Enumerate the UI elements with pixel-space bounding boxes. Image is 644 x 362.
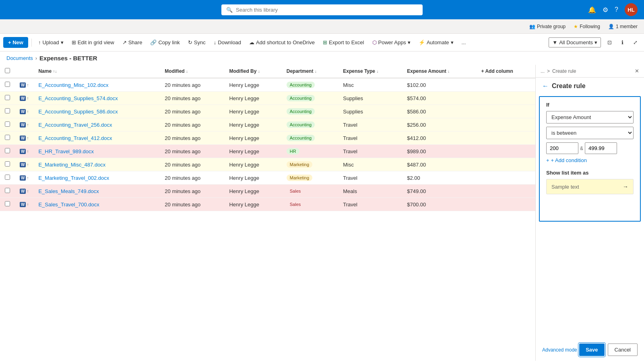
panel-breadcrumb: ... > Create rule (541, 68, 576, 74)
value2-input[interactable] (585, 142, 617, 154)
file-name[interactable]: E_Marketing_Travel_002.docx (33, 171, 160, 185)
extra-col (477, 171, 535, 185)
row-checkbox[interactable] (0, 105, 15, 118)
modified-by-header[interactable]: Modified By ↓ (224, 65, 281, 78)
following-button[interactable]: ★ Following (574, 24, 600, 29)
condition-field-select[interactable]: Expense Amount (546, 111, 634, 123)
add-column-header[interactable]: + Add column (477, 65, 535, 78)
row-checkbox[interactable] (0, 158, 15, 171)
row-checkbox[interactable] (0, 118, 15, 132)
table-row[interactable]: W ↑ E_Sales_Travel_700.docx 20 minutes a… (0, 198, 535, 211)
upload-chevron: ▾ (61, 39, 64, 45)
sync-button[interactable]: ↻ Sync (185, 37, 209, 47)
row-checkbox[interactable] (0, 185, 15, 198)
modified-date: 20 minutes ago (160, 105, 224, 118)
row-checkbox[interactable] (0, 78, 15, 92)
info-icon: ℹ (621, 39, 623, 45)
row-checkbox[interactable] (0, 145, 15, 158)
file-type-icon: W ↑ (15, 171, 33, 185)
sync-icon: ↻ (188, 39, 192, 45)
table-row[interactable]: W ↑ E_Accounting_Travel_412.docx 20 minu… (0, 132, 535, 145)
table-row[interactable]: W ↑ E_Marketing_Misc_487.docx 20 minutes… (0, 158, 535, 171)
modified-date: 20 minutes ago (160, 118, 224, 132)
avatar[interactable]: HL (625, 3, 638, 16)
expense-type: Travel (338, 118, 402, 132)
advanced-mode-link[interactable]: Advanced mode (542, 347, 577, 353)
extra-col (477, 132, 535, 145)
sample-text-box[interactable]: Sample text → (546, 179, 634, 194)
private-group: 👥 Private group (529, 24, 566, 29)
power-apps-button[interactable]: ⬡ Power Apps ▾ (369, 37, 414, 47)
table-row[interactable]: W ↑ E_Accounting_Travel_256.docx 20 minu… (0, 118, 535, 132)
table-row[interactable]: W ↑ E_Accounting_Misc_102.docx 20 minute… (0, 78, 535, 92)
star-icon: ★ (574, 24, 578, 29)
select-all-checkbox[interactable] (5, 68, 10, 73)
modified-by: Henry Legge (224, 132, 281, 145)
expense-amount: $989.00 (402, 145, 476, 158)
new-button[interactable]: + New (3, 37, 28, 48)
back-icon[interactable]: ← (542, 82, 549, 90)
file-name[interactable]: E_HR_Travel_989.docx (33, 145, 160, 158)
file-name[interactable]: E_Sales_Meals_749.docx (33, 185, 160, 198)
search-bar[interactable]: 🔍 (221, 4, 423, 15)
file-name[interactable]: E_Accounting_Supplies_574.docx (33, 92, 160, 105)
table-row[interactable]: W ↑ E_Sales_Meals_749.docx 20 minutes ag… (0, 185, 535, 198)
file-name[interactable]: E_Accounting_Misc_102.docx (33, 78, 160, 92)
download-button[interactable]: ↓ Download (211, 37, 244, 47)
file-name[interactable]: E_Sales_Travel_700.docx (33, 198, 160, 211)
info-button[interactable]: ℹ (618, 37, 627, 47)
panel-header: ... > Create rule ✕ (536, 65, 644, 78)
file-type-icon: W ↑ (15, 198, 33, 211)
file-name[interactable]: E_Accounting_Travel_412.docx (33, 132, 160, 145)
close-icon[interactable]: ✕ (635, 68, 639, 74)
breadcrumb-parent[interactable]: Documents (6, 55, 33, 61)
row-checkbox[interactable] (0, 132, 15, 145)
save-button[interactable]: Save (579, 343, 604, 356)
help-icon[interactable]: ? (615, 6, 618, 13)
expand-button[interactable]: ⤢ (630, 37, 641, 47)
filter-button[interactable]: ⊡ (604, 37, 615, 47)
add-condition-button[interactable]: + + Add condition (546, 157, 634, 163)
condition-operator-select[interactable]: is between (546, 127, 634, 139)
table-row[interactable]: W ↑ E_Accounting_Supplies_574.docx 20 mi… (0, 92, 535, 105)
expense-type: Travel (338, 198, 402, 211)
link-icon: 🔗 (150, 39, 157, 45)
table-row[interactable]: W ↑ E_HR_Travel_989.docx 20 minutes ago … (0, 145, 535, 158)
settings-icon[interactable]: ⚙ (603, 6, 608, 14)
upload-button[interactable]: ↑ Upload ▾ (35, 37, 67, 47)
automate-button[interactable]: ⚡ Automate ▾ (415, 37, 457, 47)
department-badge: Accounting (282, 132, 338, 145)
share-button[interactable]: ↗ Share (119, 37, 146, 47)
expense-type: Misc (338, 78, 402, 92)
all-docs-button[interactable]: ▼ All Documents ▾ (549, 37, 601, 47)
breadcrumb-dots[interactable]: ... (541, 68, 545, 74)
notifications-icon[interactable]: 🔔 (588, 6, 596, 14)
search-input[interactable] (236, 7, 418, 13)
table-row[interactable]: W ↑ E_Marketing_Travel_002.docx 20 minut… (0, 171, 535, 185)
table-row[interactable]: W ↑ E_Accounting_Supplies_586.docx 20 mi… (0, 105, 535, 118)
row-checkbox[interactable] (0, 171, 15, 185)
overflow-button[interactable]: ... (458, 37, 469, 47)
copy-link-button[interactable]: 🔗 Copy link (147, 37, 183, 47)
expense-amount: $2.00 (402, 171, 476, 185)
panel-title: ← Create rule (536, 78, 644, 93)
file-name[interactable]: E_Accounting_Supplies_586.docx (33, 105, 160, 118)
modified-header[interactable]: Modified ↓ (160, 65, 224, 78)
extra-col (477, 78, 535, 92)
modified-date: 20 minutes ago (160, 145, 224, 158)
department-header[interactable]: Department ↓ (282, 65, 338, 78)
file-name[interactable]: E_Marketing_Misc_487.docx (33, 158, 160, 171)
row-checkbox[interactable] (0, 92, 15, 105)
value1-input[interactable] (546, 142, 578, 154)
add-shortcut-button[interactable]: ☁ Add shortcut to OneDrive (246, 37, 318, 47)
file-name[interactable]: E_Accounting_Travel_256.docx (33, 118, 160, 132)
row-checkbox[interactable] (0, 198, 15, 211)
cancel-button[interactable]: Cancel (608, 343, 638, 356)
edit-grid-button[interactable]: ⊞ Edit in grid view (68, 37, 118, 47)
expense-amount-header[interactable]: Expense Amount ↓ (402, 65, 476, 78)
name-header[interactable]: Name ↑↓ (33, 65, 160, 78)
export-excel-button[interactable]: ⊞ Export to Excel (320, 37, 367, 47)
expense-type-header[interactable]: Expense Type ↓ (338, 65, 402, 78)
department-badge: Accounting (282, 118, 338, 132)
sample-text-arrow-icon[interactable]: → (623, 183, 628, 190)
